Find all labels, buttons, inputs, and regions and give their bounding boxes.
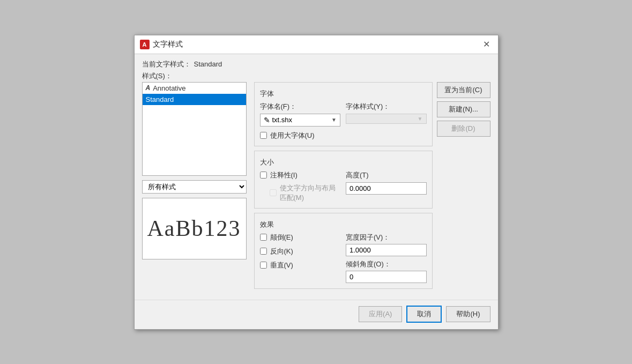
title-bar: A 文字样式 ✕	[135, 35, 498, 54]
annotative-label[interactable]: 注释性(I)	[270, 170, 298, 180]
oblique-label: 倾斜角度(O)：	[346, 259, 427, 269]
current-style-value: Standard	[194, 60, 222, 68]
right-panel: 字体 字体名(F)： ✎ txt.shx ▼	[254, 82, 433, 293]
current-style-row: 当前文字样式： Standard	[142, 60, 490, 69]
action-buttons: 置为当前(C) 新建(N)... 删除(D)	[437, 82, 490, 293]
effects-left: 颠倒(E) 反向(K) 垂直(V)	[260, 233, 341, 283]
match-layout-checkbox	[270, 189, 277, 196]
bigfont-label[interactable]: 使用大字体(U)	[270, 131, 315, 140]
width-factor-input[interactable]	[346, 244, 427, 256]
upside-down-row: 颠倒(E)	[260, 233, 341, 242]
help-button[interactable]: 帮助(H)	[446, 306, 490, 322]
font-style-col: 字体样式(Y)： ▼	[346, 102, 427, 127]
reverse-label[interactable]: 反向(K)	[270, 247, 293, 256]
height-input[interactable]	[346, 182, 427, 195]
font-style-arrow: ▼	[418, 116, 423, 122]
apply-button[interactable]: 应用(A)	[359, 306, 402, 322]
match-layout-label: 使文字方向与布局匹配(M)	[280, 183, 336, 203]
font-style-label: 字体样式(Y)：	[346, 102, 427, 112]
dialog-title: 文字样式	[153, 40, 183, 49]
match-layout-row: 使文字方向与布局匹配(M)	[270, 183, 341, 203]
set-current-button[interactable]: 置为当前(C)	[437, 82, 490, 98]
app-icon: A	[140, 40, 150, 49]
font-section: 字体 字体名(F)： ✎ txt.shx ▼	[254, 82, 433, 146]
style-item-standard-label: Standard	[146, 95, 174, 103]
effects-section-title: 效果	[260, 220, 427, 229]
style-item-annotative[interactable]: A Annotative	[143, 83, 246, 94]
filter-row: 所有样式 正在使用的样式	[142, 180, 247, 194]
size-row: 注释性(I) 使文字方向与布局匹配(M) 高度(T)	[260, 170, 427, 203]
preview-box: AaBb123	[142, 198, 247, 259]
reverse-row: 反向(K)	[260, 247, 341, 256]
bigfont-checkbox[interactable]	[260, 132, 267, 139]
title-bar-left: A 文字样式	[140, 40, 183, 49]
preview-text: AaBb123	[147, 216, 241, 241]
oblique-input[interactable]	[346, 271, 427, 283]
annotative-checkbox[interactable]	[260, 172, 267, 179]
font-name-value: txt.shx	[272, 116, 293, 124]
width-factor-field: 宽度因子(V)：	[346, 233, 427, 256]
upside-down-checkbox[interactable]	[260, 234, 267, 241]
filter-dropdown[interactable]: 所有样式 正在使用的样式	[142, 180, 247, 194]
bigfont-row: 使用大字体(U)	[260, 131, 427, 140]
new-button[interactable]: 新建(N)...	[437, 101, 490, 117]
effects-layout: 颠倒(E) 反向(K) 垂直(V)	[260, 233, 427, 283]
vertical-label[interactable]: 垂直(V)	[270, 261, 293, 270]
size-right: 高度(T)	[346, 170, 427, 195]
style-item-annotative-label: Annotative	[153, 84, 185, 92]
right-with-buttons: 字体 字体名(F)： ✎ txt.shx ▼	[254, 82, 490, 293]
effects-right: 宽度因子(V)： 倾斜角度(O)：	[346, 233, 427, 283]
style-item-standard[interactable]: Standard	[143, 94, 246, 105]
styles-list[interactable]: A Annotative Standard	[142, 82, 247, 176]
styles-label: 样式(S)：	[142, 71, 490, 81]
vertical-checkbox[interactable]	[260, 262, 267, 269]
annotative-row: 注释性(I)	[260, 170, 341, 180]
font-dropdown-arrow: ▼	[331, 117, 337, 123]
size-section-title: 大小	[260, 158, 427, 167]
reverse-checkbox[interactable]	[260, 248, 267, 255]
height-label: 高度(T)	[346, 170, 427, 180]
close-button[interactable]: ✕	[481, 39, 493, 50]
size-left: 注释性(I) 使文字方向与布局匹配(M)	[260, 170, 341, 203]
annotative-icon: A	[146, 84, 151, 92]
effects-section: 效果 颠倒(E) 反向(K)	[254, 213, 433, 289]
text-style-dialog: A 文字样式 ✕ 当前文字样式： Standard 样式(S)： A Annot…	[134, 35, 499, 330]
upside-down-label[interactable]: 颠倒(E)	[270, 233, 293, 242]
vertical-row: 垂直(V)	[260, 261, 341, 270]
font-name-style-row: 字体名(F)： ✎ txt.shx ▼ 字体样式(Y)：	[260, 102, 427, 127]
bottom-bar: 应用(A) 取消 帮助(H)	[135, 300, 498, 329]
oblique-field: 倾斜角度(O)：	[346, 259, 427, 283]
font-section-title: 字体	[260, 89, 427, 99]
font-name-label: 字体名(F)：	[260, 102, 341, 112]
font-icon: ✎	[264, 116, 270, 124]
left-panel: A Annotative Standard 所有样式 正在使用的样式 AaBb1…	[142, 82, 247, 293]
width-factor-label: 宽度因子(V)：	[346, 233, 427, 242]
dialog-body: 当前文字样式： Standard 样式(S)： A Annotative Sta…	[135, 54, 498, 300]
delete-button[interactable]: 删除(D)	[437, 121, 490, 137]
cancel-button[interactable]: 取消	[406, 306, 442, 323]
current-style-label: 当前文字样式：	[142, 60, 191, 69]
font-style-dropdown: ▼	[346, 114, 427, 124]
size-section: 大小 注释性(I) 使文字方向与布局匹配(M)	[254, 151, 433, 209]
font-name-col: 字体名(F)： ✎ txt.shx ▼	[260, 102, 341, 127]
font-name-dropdown[interactable]: ✎ txt.shx ▼	[260, 114, 341, 127]
top-section: A Annotative Standard 所有样式 正在使用的样式 AaBb1…	[142, 82, 490, 293]
